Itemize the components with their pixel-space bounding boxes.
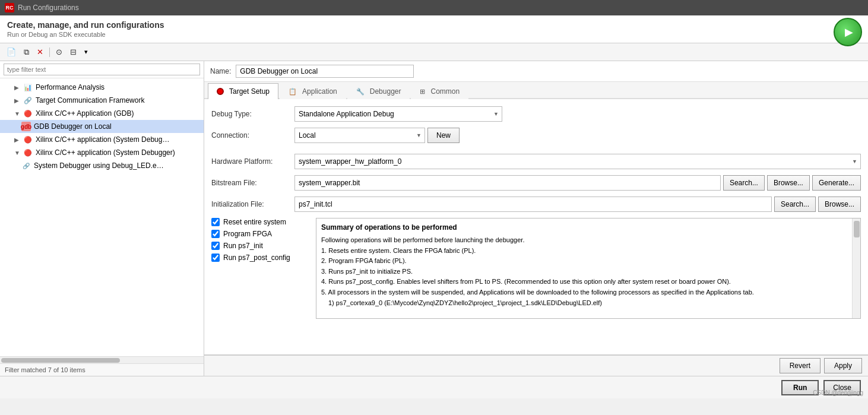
toolbar-separator-1 (49, 47, 50, 57)
hardware-platform-label: Hardware Platform: (211, 157, 294, 166)
tab-debugger[interactable]: 🔧 Debugger (347, 83, 410, 99)
program-fpga-checkbox[interactable] (211, 230, 220, 238)
app-icon: RC (5, 3, 14, 12)
apply-button[interactable]: Apply (824, 358, 862, 373)
run-ps7-post-label: Run ps7_post_config (223, 254, 290, 262)
app-tab-icon: 📋 (289, 88, 297, 96)
tree-label-sys-dbg-led: System Debugger using Debug_LED.elf on L… (34, 161, 164, 170)
tree-item-sys-dbg-led[interactable]: 🔗 System Debugger using Debug_LED.elf on… (0, 159, 204, 172)
connection-wrapper: Local Remote (294, 128, 425, 143)
tree-label-tcf: Target Communication Framework (36, 96, 144, 104)
tab-target-setup[interactable]: Target Setup (208, 83, 278, 99)
tree-item-tcf[interactable]: ▶ 🔗 Target Communication Framework (0, 94, 204, 107)
tree-item-xilinx-gdb[interactable]: ▼ 🔴 Xilinx C/C++ Application (GDB) (0, 107, 204, 120)
summary-scrollbar-thumb (854, 221, 860, 237)
tree-label-gdb-local: GDB Debugger on Local (34, 122, 112, 131)
watermark: CSDN @dengjingg (813, 389, 863, 396)
checkboxes-and-summary: Reset entire system Program FPGA Run ps7… (211, 218, 861, 319)
summary-content-area: Summary of operations to be performed Fo… (316, 218, 860, 318)
tab-label-debugger: Debugger (370, 87, 401, 96)
summary-line-1: 1. Resets entire system. Clears the FPGA… (321, 246, 847, 256)
hw-platform-wrapper: system_wrapper_hw_platform_0 (294, 154, 861, 169)
run-button-top[interactable] (834, 18, 862, 46)
init-search-button[interactable]: Search... (774, 197, 816, 212)
gdb-local-icon: gdb (21, 122, 31, 131)
performance-icon: 📊 (23, 83, 33, 92)
bitstream-file-input[interactable] (294, 175, 721, 191)
tree-item-gdb-local[interactable]: gdb GDB Debugger on Local (0, 120, 204, 133)
init-file-controls: Search... Browse... (294, 197, 861, 212)
connection-row: Connection: Local Remote New (211, 128, 861, 143)
name-row: Name: (204, 61, 868, 82)
hardware-platform-select[interactable]: system_wrapper_hw_platform_0 (294, 154, 861, 169)
duplicate-config-button[interactable]: ⧉ (21, 46, 32, 59)
header-title: Create, manage, and run configurations (7, 20, 861, 30)
checkbox-run-ps7-post: Run ps7_post_config (211, 254, 306, 262)
hardware-platform-row: Hardware Platform: system_wrapper_hw_pla… (211, 154, 861, 169)
debugger-tab-icon: 🔧 (356, 88, 365, 96)
tree-label-xilinx-gdb: Xilinx C/C++ Application (GDB) (36, 109, 134, 118)
tree-scrollbar-h[interactable] (0, 356, 204, 363)
bitstream-generate-button[interactable]: Generate... (812, 175, 861, 191)
connection-select[interactable]: Local Remote (294, 128, 425, 143)
xilinx-qemu-icon: 🔴 (23, 135, 33, 144)
summary-lines: Following operations will be performed b… (321, 235, 847, 308)
bottom-buttons: Revert Apply (780, 358, 862, 373)
summary-line-0: Following operations will be performed b… (321, 235, 847, 246)
delete-config-button[interactable]: ✕ (34, 46, 46, 59)
chevron-icon-qemu: ▶ (14, 137, 20, 143)
new-config-button[interactable]: 📄 (4, 46, 19, 59)
bottom-section: Revert Apply (204, 354, 868, 376)
connection-label: Connection: (211, 131, 294, 140)
run-ps7-init-label: Run ps7_init (223, 242, 263, 250)
tab-application[interactable]: 📋 Application (280, 83, 346, 99)
run-ps7-init-checkbox[interactable] (211, 242, 220, 250)
chevron-icon-xilinx-gdb: ▼ (14, 110, 20, 117)
chevron-icon: ▶ (14, 84, 20, 91)
name-label: Name: (210, 67, 231, 75)
target-setup-content: Debug Type: Standalone Application Debug… (204, 99, 868, 354)
tree-item-xilinx-qemu[interactable]: ▶ 🔴 Xilinx C/C++ application (System Deb… (0, 133, 204, 146)
summary-line-3: 3. Runs ps7_init to initialize PS. (321, 267, 847, 277)
connection-control: Local Remote New (294, 128, 460, 143)
summary-line-4: 4. Runs ps7_post_config. Enables level s… (321, 277, 847, 287)
run-ps7-post-checkbox[interactable] (211, 254, 220, 262)
bitstream-search-button[interactable]: Search... (723, 175, 765, 191)
filter-button[interactable]: ⊙ (53, 46, 65, 59)
checkboxes-column: Reset entire system Program FPGA Run ps7… (211, 218, 306, 319)
bitstream-file-controls: Search... Browse... Generate... (294, 175, 861, 191)
common-tab-icon: ⊞ (420, 88, 425, 96)
summary-scrollbar[interactable] (852, 218, 860, 318)
summary-line-6: 1) ps7_cortexa9_0 (E:\Mycode\Zynq\ZDYZ\h… (321, 298, 847, 309)
tab-label-common: Common (430, 87, 460, 96)
bitstream-file-label: Bitstream File: (211, 179, 294, 187)
tree-item-xilinx-sysdbg[interactable]: ▼ 🔴 Xilinx C/C++ application (System Deb… (0, 146, 204, 159)
more-dropdown[interactable]: ▾ (81, 46, 91, 58)
name-input[interactable] (236, 65, 414, 78)
program-fpga-label: Program FPGA (223, 230, 272, 238)
new-connection-button[interactable]: New (427, 128, 460, 143)
reset-system-label: Reset entire system (223, 218, 286, 226)
filter-status: Filter matched 7 of 10 items (0, 363, 204, 376)
header-subtitle: Run or Debug an SDK executable (7, 31, 861, 38)
filter-input[interactable] (4, 64, 200, 75)
xilinx-sysdbg-icon: 🔴 (23, 148, 33, 157)
left-panel: ▶ 📊 Performance Analysis ▶ 🔗 Target Comm… (0, 61, 204, 376)
tab-label-application: Application (302, 87, 337, 96)
checkbox-program-fpga: Program FPGA (211, 230, 306, 238)
checkbox-run-ps7-init: Run ps7_init (211, 242, 306, 250)
debug-type-wrapper: Standalone Application Debug Linux Appli… (294, 106, 502, 122)
collapse-button[interactable]: ⊟ (67, 46, 80, 59)
tab-common[interactable]: ⊞ Common (411, 83, 468, 99)
init-browse-button[interactable]: Browse... (818, 197, 861, 212)
init-file-row: Initialization File: Search... Browse... (211, 197, 861, 212)
reset-system-checkbox[interactable] (211, 218, 220, 226)
bitstream-browse-button[interactable]: Browse... (767, 175, 810, 191)
toolbar: 📄 ⧉ ✕ ⊙ ⊟ ▾ (0, 43, 868, 61)
init-file-input[interactable] (294, 197, 772, 212)
bitstream-file-row: Bitstream File: Search... Browse... Gene… (211, 175, 861, 191)
debug-type-select[interactable]: Standalone Application Debug Linux Appli… (294, 106, 502, 122)
tree-item-performance-analysis[interactable]: ▶ 📊 Performance Analysis (0, 81, 204, 94)
revert-button[interactable]: Revert (780, 358, 821, 373)
checkbox-reset-system: Reset entire system (211, 218, 306, 226)
